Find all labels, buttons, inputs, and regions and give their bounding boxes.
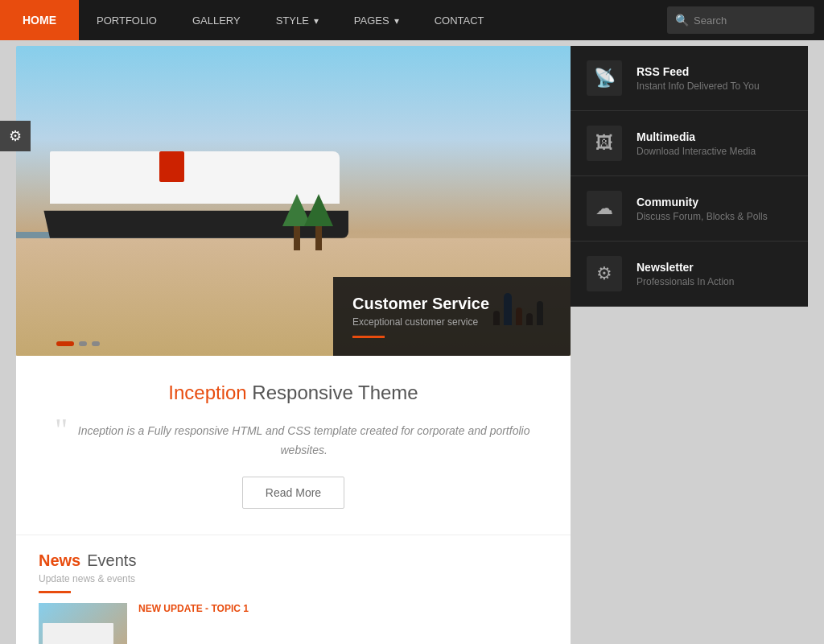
news-item-label: NEW UPDATE - TOPIC 1: [138, 603, 249, 614]
info-title-rest: Responsive Theme: [247, 382, 418, 403]
sidebar-icon-community: ☁: [587, 191, 622, 226]
customer-service-overlay: Customer Service Exceptional customer se…: [333, 277, 571, 356]
news-item: NEW UPDATE - TOPIC 1: [39, 603, 548, 644]
dot-3[interactable]: [92, 341, 100, 346]
search-icon: 🔍: [675, 14, 689, 27]
nav-portfolio[interactable]: PORTFOLIO: [79, 0, 175, 40]
search-input[interactable]: [694, 14, 806, 27]
cs-subtitle: Exceptional customer service: [352, 316, 551, 328]
dot-active[interactable]: [56, 341, 74, 346]
sidebar-item-community[interactable]: ☁ Community Discuss Forum, Blocks & Poll…: [571, 176, 808, 242]
content-left: Customer Service Exceptional customer se…: [16, 46, 571, 644]
search-bar: 🔍: [667, 6, 814, 34]
sidebar-item-multimedia[interactable]: 🖼 Multimedia Download Interactive Media: [571, 111, 808, 176]
info-section: Inception Responsive Theme " Inception i…: [16, 356, 571, 535]
news-section: News Events Update news & events NEW UPD…: [16, 535, 571, 644]
cs-orange-bar: [352, 336, 385, 338]
news-title-rest: Events: [87, 551, 136, 570]
news-thumbnail: [39, 603, 127, 644]
sidebar-title-newsletter: Newsletter: [637, 261, 734, 274]
sidebar-text-newsletter: Newsletter Professionals In Action: [637, 261, 734, 287]
pages-dropdown-icon: [394, 14, 399, 27]
gear-icon: ⚙: [9, 127, 22, 145]
quote-icon: ": [55, 414, 68, 446]
info-description: Inception is a Fully responsive HTML and…: [76, 422, 532, 460]
nav-home[interactable]: HOME: [0, 0, 79, 40]
dot-2[interactable]: [79, 341, 87, 346]
cs-title: Customer Service: [352, 295, 551, 313]
hero-slider: Customer Service Exceptional customer se…: [16, 46, 571, 356]
info-title: Inception Responsive Theme: [39, 382, 548, 404]
sidebar-right: 📡 RSS Feed Instant Info Delivered To You…: [571, 46, 808, 644]
news-orange-bar: [39, 591, 71, 593]
hero-image: Customer Service Exceptional customer se…: [16, 46, 571, 356]
sidebar-title-multimedia: Multimedia: [637, 130, 756, 143]
slider-dots: [56, 341, 100, 346]
sidebar-icon-multimedia: 🖼: [587, 126, 622, 161]
nav-style[interactable]: STYLE: [258, 0, 336, 40]
news-title-highlight: News: [39, 551, 80, 570]
navigation: HOME PORTFOLIO GALLERY STYLE PAGES CONTA…: [0, 0, 824, 40]
sidebar-title-rss: RSS Feed: [637, 65, 760, 78]
sidebar-sub-rss: Instant Info Delivered To You: [637, 80, 760, 92]
news-thumb-ship: [43, 623, 113, 644]
sidebar-text-multimedia: Multimedia Download Interactive Media: [637, 130, 756, 157]
nav-contact[interactable]: CONTACT: [417, 0, 502, 40]
sidebar-sub-community: Discuss Forum, Blocks & Polls: [637, 211, 768, 222]
sidebar-title-community: Community: [637, 196, 768, 208]
news-header: News Events: [39, 551, 548, 570]
tree-mid: [304, 194, 333, 250]
sidebar-sub-newsletter: Professionals In Action: [637, 276, 734, 287]
sidebar-sub-multimedia: Download Interactive Media: [637, 146, 756, 157]
style-dropdown-icon: [314, 14, 319, 27]
sidebar-text-community: Community Discuss Forum, Blocks & Polls: [637, 196, 768, 222]
sidebar-text-rss: RSS Feed Instant Info Delivered To You: [637, 65, 760, 92]
info-title-highlight: Inception: [168, 382, 246, 403]
sidebar-item-rss[interactable]: 📡 RSS Feed Instant Info Delivered To You: [571, 46, 808, 111]
sidebar-icon-newsletter: ⚙: [587, 256, 622, 291]
read-more-button[interactable]: Read More: [242, 477, 344, 509]
settings-gear-button[interactable]: ⚙: [0, 121, 31, 151]
news-subtitle: Update news & events: [39, 573, 548, 584]
sidebar-icon-rss: 📡: [587, 60, 622, 96]
nav-gallery[interactable]: GALLERY: [175, 0, 258, 40]
nav-pages[interactable]: PAGES: [336, 0, 417, 40]
sidebar-item-newsletter[interactable]: ⚙ Newsletter Professionals In Action: [571, 242, 808, 307]
